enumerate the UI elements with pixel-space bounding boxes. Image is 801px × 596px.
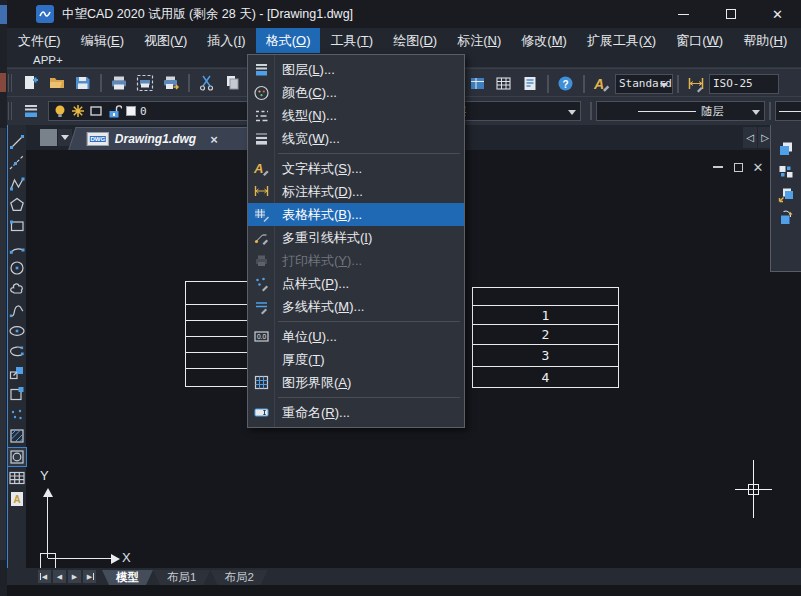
window-title: 中望CAD 2020 试用版 (剩余 28 天) - [Drawing1.dwg… xyxy=(62,6,353,23)
toolbar-grip[interactable] xyxy=(8,102,12,120)
polyline-icon[interactable] xyxy=(8,175,26,193)
format-menu-item-8[interactable]: 表格样式(B)... xyxy=(248,203,464,226)
next-layout-icon[interactable]: ▶ xyxy=(68,570,81,583)
menu-item-10[interactable]: 扩展工具(X) xyxy=(577,28,666,53)
layout-tab-3[interactable]: 布局2 xyxy=(210,570,267,585)
arc-icon[interactable] xyxy=(8,238,26,256)
menu-item-6[interactable]: 工具(T) xyxy=(320,28,383,53)
menu-item-4[interactable]: 插入(I) xyxy=(197,28,255,53)
format-menu-item-7[interactable]: 标注样式(D)... xyxy=(248,180,464,203)
dim-style-combo[interactable]: ISO-25 xyxy=(709,74,779,94)
copy-icon[interactable] xyxy=(777,140,795,158)
format-menu-item-1[interactable]: 图层(L)... xyxy=(248,58,464,81)
menu-item-8[interactable]: 标注(N) xyxy=(447,28,511,53)
line-icon[interactable] xyxy=(8,133,26,151)
prev-layout-icon[interactable]: ◀ xyxy=(53,570,66,583)
linetype-combo[interactable]: 随层 xyxy=(596,101,765,121)
menu-item-5[interactable]: 格式(O) xyxy=(256,28,321,53)
menu-item-7[interactable]: 绘图(D) xyxy=(383,28,447,53)
tab-list-box[interactable] xyxy=(40,129,57,146)
format-menu-item-9[interactable]: 多重引线样式(I) xyxy=(248,226,464,249)
lineweight-combo[interactable] xyxy=(775,101,801,121)
layout-tab-bar: ◀◀▶▶模型布局1布局2 xyxy=(0,568,801,585)
menu-item-1[interactable]: 文件(F) xyxy=(8,28,71,53)
mtext-icon[interactable]: A xyxy=(8,490,26,508)
copy-icon[interactable] xyxy=(221,71,245,95)
last-layout-icon[interactable]: ▶ xyxy=(83,570,96,583)
table-row: 1 xyxy=(473,305,618,324)
rect-icon xyxy=(88,103,104,119)
doc-restore-icon[interactable] xyxy=(728,158,748,176)
move-icon[interactable] xyxy=(777,186,795,204)
create-block-icon[interactable] xyxy=(8,385,26,403)
point-icon[interactable] xyxy=(8,406,26,424)
table-row: 4 xyxy=(473,366,618,387)
table-grid-icon[interactable] xyxy=(492,72,516,96)
menu-item-label: 多线样式(M)... xyxy=(282,298,364,316)
app-plus-menu[interactable]: APP+ xyxy=(33,54,63,66)
toolbar-separator xyxy=(583,75,585,93)
print-icon[interactable] xyxy=(107,71,131,95)
title-bar: 中望CAD 2020 试用版 (剩余 28 天) - [Drawing1.dwg… xyxy=(0,0,801,28)
doc-close-icon[interactable]: ✕ xyxy=(748,158,768,176)
text-style-combo[interactable]: Standard xyxy=(615,74,673,94)
menu-item-3[interactable]: 视图(V) xyxy=(134,28,197,53)
ellipse-icon[interactable] xyxy=(8,322,26,340)
table-icon[interactable] xyxy=(8,469,26,487)
toolbar-grip[interactable] xyxy=(8,74,12,92)
region-icon[interactable] xyxy=(8,448,26,466)
layout-tab-2[interactable]: 布局1 xyxy=(153,570,210,585)
cut-icon[interactable] xyxy=(195,71,219,95)
viewport-icon[interactable] xyxy=(466,72,490,96)
format-menu-item-18[interactable]: 重命名(R)... xyxy=(248,401,464,424)
menu-item-label: 文字样式(S)... xyxy=(282,160,362,178)
minimize-icon[interactable] xyxy=(660,0,707,28)
prev-tab-icon[interactable]: ◁ xyxy=(743,127,757,148)
format-menu-item-16[interactable]: 图形界限(A) xyxy=(248,371,464,394)
mline-style-icon xyxy=(248,298,274,315)
menu-item-12[interactable]: 帮助(H) xyxy=(733,28,797,53)
layout-tab-1[interactable]: 模型 xyxy=(102,570,153,585)
format-menu-item-3[interactable]: 线型(N)... xyxy=(248,104,464,127)
text-style-icon[interactable]: A xyxy=(590,72,614,96)
ellipse-arc-icon[interactable] xyxy=(8,343,26,361)
xline-icon[interactable] xyxy=(8,154,26,172)
menu-item-label: 图形界限(A) xyxy=(282,374,351,392)
layers-icon[interactable] xyxy=(19,99,43,123)
save-icon[interactable] xyxy=(71,71,95,95)
rectangle-icon[interactable] xyxy=(8,217,26,235)
open-file-icon[interactable] xyxy=(45,71,69,95)
format-menu-item-12[interactable]: 多线样式(M)... xyxy=(248,295,464,318)
menu-item-label: 颜色(C)... xyxy=(282,84,337,102)
format-menu-item-4[interactable]: 线宽(W)... xyxy=(248,127,464,150)
format-menu-item-11[interactable]: 点样式(P)... xyxy=(248,272,464,295)
menu-item-11[interactable]: 窗口(W) xyxy=(666,28,733,53)
new-file-icon[interactable] xyxy=(19,71,43,95)
close-icon[interactable]: ✕ xyxy=(754,0,801,28)
plot-icon[interactable] xyxy=(159,71,183,95)
format-menu-item-14[interactable]: 0.0单位(U)... xyxy=(248,325,464,348)
first-layout-icon[interactable]: ◀ xyxy=(38,570,51,583)
help-icon[interactable]: ? xyxy=(554,72,578,96)
format-menu-item-15[interactable]: 厚度(T) xyxy=(248,348,464,371)
mirror-icon[interactable] xyxy=(777,163,795,181)
circle-icon[interactable] xyxy=(8,259,26,277)
doc-minimize-icon[interactable] xyxy=(708,158,728,176)
revcloud-icon[interactable] xyxy=(8,280,26,298)
print-preview-icon[interactable] xyxy=(133,71,157,95)
tab-close-icon[interactable]: × xyxy=(210,132,218,147)
format-menu: 图层(L)...颜色(C)...线型(N)...线宽(W)...A文字样式(S)… xyxy=(247,54,465,428)
menu-item-9[interactable]: 修改(M) xyxy=(511,28,577,53)
sheet-icon[interactable] xyxy=(518,72,542,96)
rotate-icon[interactable] xyxy=(777,209,795,227)
insert-block-icon[interactable] xyxy=(8,364,26,382)
hatch-icon[interactable] xyxy=(8,427,26,445)
spline-icon[interactable] xyxy=(8,301,26,319)
dim-style-icon[interactable] xyxy=(684,72,708,96)
format-menu-item-6[interactable]: A文字样式(S)... xyxy=(248,157,464,180)
format-menu-item-2[interactable]: 颜色(C)... xyxy=(248,81,464,104)
menu-item-2[interactable]: 编辑(E) xyxy=(71,28,134,53)
document-tab[interactable]: DWG Drawing1.dwg × xyxy=(68,127,261,150)
polygon-icon[interactable] xyxy=(8,196,26,214)
maximize-icon[interactable] xyxy=(707,0,754,28)
